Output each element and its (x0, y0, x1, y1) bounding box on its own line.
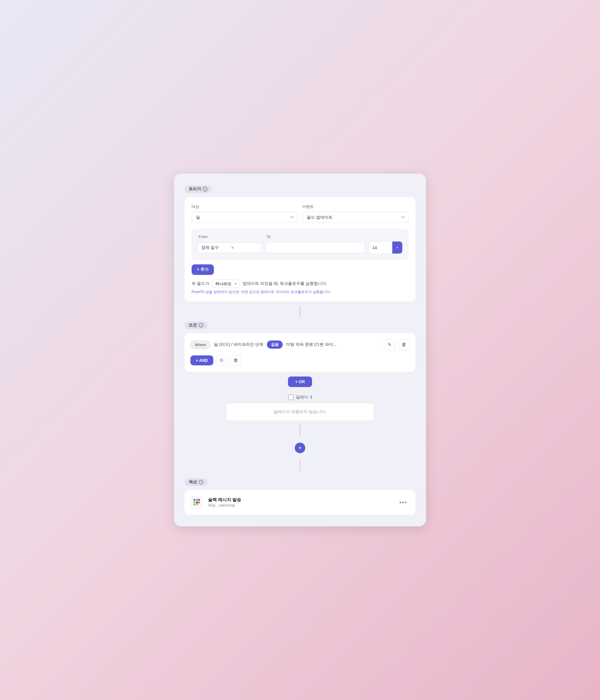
condition-field-text: 딜 (리드) / 파이프라인 단계 (214, 342, 263, 347)
action-item: 슬랙 메시지 발송 채널 : salesmap ••• (190, 496, 410, 509)
target-field-group: 대상 딜 (192, 204, 298, 223)
condition-section-label: 조건 i (185, 322, 208, 329)
copy-group-btn[interactable]: ⎘ (216, 355, 227, 366)
svg-rect-8 (198, 499, 200, 501)
from-to-inputs: 정체 일수 ✕ - (197, 241, 403, 254)
connector-2 (185, 420, 415, 440)
to-value-box: - (368, 241, 403, 254)
to-minus-btn[interactable]: - (392, 242, 402, 253)
delay-card: 딜레이가 적용되지 않습니다. (227, 403, 373, 420)
svg-rect-6 (198, 501, 200, 504)
target-select[interactable]: 딜 (192, 212, 298, 223)
slack-icon (190, 496, 203, 509)
trigger-info-icon[interactable]: i (203, 187, 208, 192)
add-action-btn[interactable]: + (295, 443, 305, 453)
action-card: 슬랙 메시지 발송 채널 : salesmap ••• (185, 490, 415, 515)
event-select[interactable]: 필드 업데이트 (302, 212, 408, 223)
where-row: Where 딜 (리드) / 파이프라인 단계 같음 미팅 약속 완료 (기본 … (190, 339, 410, 350)
svg-rect-4 (196, 501, 198, 504)
any-select[interactable]: 하나라도 (212, 280, 240, 288)
delete-condition-btn[interactable]: 🗑 (399, 339, 410, 350)
equals-badge: 같음 (267, 341, 283, 349)
condition-info-icon[interactable]: i (199, 323, 203, 328)
connector-3 (185, 455, 415, 475)
main-container: 트리거 i 대상 딜 이벤트 필드 업데이트 From To (174, 174, 426, 526)
delay-label-row: 딜레이 i (288, 395, 312, 400)
action-title: 슬랙 메시지 발송 (208, 497, 392, 503)
and-btn[interactable]: + AND (190, 355, 213, 365)
condition-value-text: 미팅 약속 완료 (기본 파이... (286, 342, 380, 347)
delay-section: 딜레이 i 딜레이가 적용되지 않습니다. (185, 395, 415, 420)
event-label: 이벤트 (302, 204, 408, 209)
action-info: 슬랙 메시지 발송 채널 : salesmap (208, 497, 392, 508)
svg-rect-7 (193, 504, 195, 505)
target-label: 대상 (192, 204, 298, 209)
delete-group-btn[interactable]: 🗑 (230, 355, 241, 366)
to-input-empty[interactable] (265, 242, 365, 253)
svg-rect-5 (196, 504, 198, 505)
connector-line-1 (300, 306, 300, 317)
action-section: 액션 i (185, 478, 415, 515)
from-value: 정체 일수 (201, 245, 229, 250)
action-section-label: 액션 i (185, 478, 208, 486)
condition-section: 조건 i Where 딜 (리드) / 파이프라인 단계 같음 미팅 약속 완료… (185, 322, 415, 392)
or-btn[interactable]: + OR (288, 376, 312, 387)
from-to-headers: From To (197, 234, 403, 239)
from-clear-btn[interactable]: ✕ (231, 245, 258, 250)
edit-condition-btn[interactable]: ✎ (384, 339, 395, 350)
action-menu-btn[interactable]: ••• (397, 498, 410, 507)
condition-card: Where 딜 (리드) / 파이프라인 단계 같음 미팅 약속 완료 (기본 … (185, 333, 415, 372)
condition-text-row: 위 필드가 하나라도 업데이트 되었을 때, 워크플로우를 실행합니다. (192, 280, 408, 288)
connector-1 (185, 302, 415, 322)
action-subtitle: 채널 : salesmap (208, 503, 392, 508)
no-delay-text: 딜레이가 적용되지 않습니다. (273, 409, 327, 414)
action-label-text: 액션 (189, 479, 197, 485)
svg-rect-3 (196, 499, 198, 501)
event-field-group: 이벤트 필드 업데이트 (302, 204, 408, 223)
svg-rect-2 (193, 501, 195, 504)
trigger-section-label: 트리거 i (185, 185, 212, 193)
trigger-hint: From/To 값을 입력하지 않으면, 어떤 값으로 업데이트 되더라도 워크… (192, 290, 408, 295)
or-btn-wrap: + OR (185, 372, 415, 392)
trigger-label-text: 트리거 (189, 186, 201, 192)
trigger-card: 대상 딜 이벤트 필드 업데이트 From To 정체 일수 ✕ (185, 197, 415, 302)
where-badge: Where (190, 341, 210, 349)
to-value-input[interactable] (369, 243, 392, 253)
action-info-icon[interactable]: i (199, 480, 203, 484)
add-condition-btn[interactable]: + 추가 (192, 265, 214, 275)
field-suffix-text: 업데이트 되었을 때, 워크플로우를 실행합니다. (243, 281, 327, 286)
from-input-wrap: 정체 일수 ✕ (197, 243, 262, 253)
and-row: + AND ⎘ 🗑 (190, 355, 410, 366)
delay-checkbox[interactable] (288, 395, 293, 400)
delay-info-icon[interactable]: i (311, 395, 312, 400)
connector-line-3 (300, 460, 300, 471)
to-header: To (265, 234, 403, 239)
svg-rect-1 (193, 499, 195, 501)
from-header: From (197, 234, 262, 239)
from-to-section: From To 정체 일수 ✕ - (192, 229, 408, 260)
trigger-target-event-row: 대상 딜 이벤트 필드 업데이트 (192, 204, 408, 223)
connector-line-2 (300, 425, 300, 436)
delay-label: 딜레이 (296, 395, 308, 400)
field-prefix-text: 위 필드가 (192, 281, 209, 286)
condition-label-text: 조건 (189, 323, 197, 328)
